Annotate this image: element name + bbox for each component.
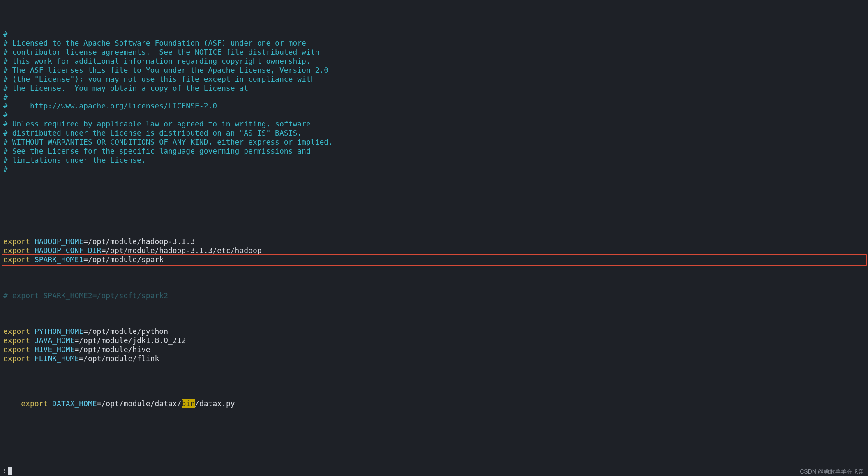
export-line: export JAVA_HOME=/opt/module/jdk1.8.0_21… [3,336,865,345]
highlighted-bin: bin [182,399,195,408]
export-line: export HIVE_HOME=/opt/module/hive [3,345,865,354]
keyword-export: export [3,345,30,354]
comment-line: # contributor license agreements. See th… [3,48,865,57]
env-var-value: /opt/module/hadoop-3.1.3/etc/hadoop [106,246,261,255]
comment-line: # [3,93,865,102]
comment-line: # [3,165,865,174]
comment-line: # this work for additional information r… [3,57,865,66]
equals-sign: = [101,246,106,255]
keyword-export: export [21,399,48,408]
comment-line: # the License. You may obtain a copy of … [3,84,865,93]
env-var-value: /opt/module/hive [79,345,150,354]
export-block: export HADOOP_HOME=/opt/module/hadoop-3.… [3,237,865,264]
comment-line: # http://www.apache.org/licenses/LICENSE… [3,101,865,110]
comment-line: # WITHOUT WARRANTIES OR CONDITIONS OF AN… [3,138,865,147]
env-var-name: PYTHON_HOME [35,327,83,336]
comment-line: # Unless required by applicable law or a… [3,120,865,129]
editor-viewport[interactable]: ## Licensed to the Apache Software Found… [0,0,868,466]
keyword-export: export [3,237,30,246]
env-var-name: JAVA_HOME [35,336,75,345]
commented-export-line: # export SPARK_HOME2=/opt/soft/spark2 [3,291,865,300]
env-var-name: SPARK_HOME1 [35,255,83,264]
comment-line: # (the "License"); you may not use this … [3,75,865,84]
license-comment-block: ## Licensed to the Apache Software Found… [3,30,865,174]
export-line: export SPARK_HOME1=/opt/module/spark [3,255,865,264]
keyword-export: export [3,246,30,255]
export-line: export HADOOP_HOME=/opt/module/hadoop-3.… [3,237,865,246]
env-var-value: /opt/module/flink [83,354,159,363]
env-var-name: HADOOP_HOME [35,237,83,246]
path-suffix: /datax.py [195,399,235,408]
export-line: export HADOOP_CONF_DIR=/opt/module/hadoo… [3,246,865,255]
comment-line: # [3,110,865,120]
equals-sign: = [97,399,102,408]
comment-line: # See the License for the specific langu… [3,147,865,156]
blank-line [3,201,865,210]
blank-line [3,444,865,453]
keyword-export: export [3,327,30,336]
equals-sign: = [83,237,88,246]
comment-line: # distributed under the License is distr… [3,129,865,138]
keyword-export: export [3,336,30,345]
export-line: export FLINK_HOME=/opt/module/flink [3,354,865,363]
export-block: export PYTHON_HOME=/opt/module/pythonexp… [3,327,865,363]
path-prefix: /opt/module/datax/ [101,399,181,408]
comment-line: # [3,30,865,39]
vim-command-line[interactable]: : [0,466,868,476]
cursor [8,467,12,475]
comment-line: # Licensed to the Apache Software Founda… [3,39,865,48]
comment-line: # limitations under the License. [3,156,865,165]
export-line-datax: export DATAX_HOME=/opt/module/datax/bin/… [3,390,865,417]
export-line: export PYTHON_HOME=/opt/module/python [3,327,865,336]
equals-sign: = [83,255,88,264]
env-var-name: HADOOP_CONF_DIR [35,246,102,255]
watermark-text: CSDN @勇敢羊羊在飞奔 [800,468,864,475]
keyword-export: export [3,354,30,363]
equals-sign: = [74,336,79,345]
env-var-value: /opt/module/hadoop-3.1.3 [88,237,195,246]
env-var-name: DATAX_HOME [52,399,97,408]
equals-sign: = [79,354,83,363]
equals-sign: = [83,327,88,336]
env-var-name: FLINK_HOME [35,354,79,363]
env-var-value: /opt/module/spark [88,255,164,264]
env-var-value: /opt/module/jdk1.8.0_212 [79,336,186,345]
env-var-name: HIVE_HOME [35,345,75,354]
equals-sign: = [74,345,79,354]
keyword-export: export [3,255,30,264]
env-var-value: /opt/module/python [88,327,168,336]
command-prefix: : [2,466,7,475]
comment-line: # The ASF licenses this file to You unde… [3,66,865,75]
